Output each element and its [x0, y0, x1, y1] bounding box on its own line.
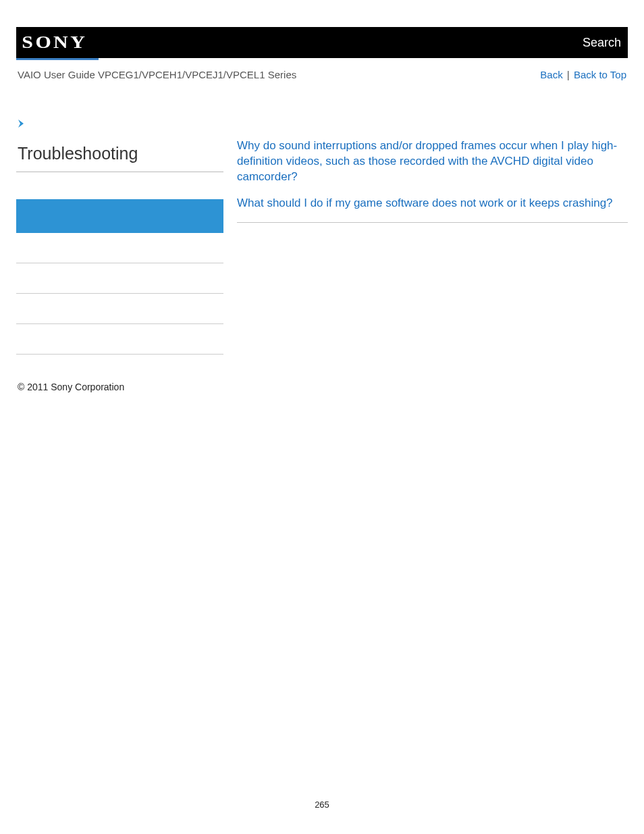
guide-title: VAIO User Guide VPCEG1/VPCEH1/VPCEJ1/VPC…: [18, 69, 296, 80]
sidebar-item[interactable]: [16, 294, 223, 324]
sony-logo: SONY: [20, 32, 87, 53]
sidebar-item-active[interactable]: [16, 199, 223, 233]
sidebar-item[interactable]: [16, 263, 223, 294]
nav-separator: |: [563, 69, 574, 80]
main-content: Why do sound interruptions and/or droppe…: [237, 138, 628, 223]
sidebar: Troubleshooting: [16, 138, 223, 355]
nav-links: Back | Back to Top: [540, 69, 626, 80]
content-divider: [237, 222, 628, 223]
faq-link-video[interactable]: Why do sound interruptions and/or droppe…: [237, 138, 628, 185]
copyright: © 2011 Sony Corporation: [16, 355, 628, 392]
page-number: 265: [0, 800, 644, 810]
logo-underline: [16, 58, 99, 60]
chevron-right-icon: [18, 118, 628, 129]
sidebar-item[interactable]: [16, 233, 223, 263]
back-to-top-link[interactable]: Back to Top: [574, 69, 626, 80]
sidebar-item[interactable]: [16, 324, 223, 355]
sidebar-title: Troubleshooting: [16, 138, 223, 172]
sidebar-item[interactable]: [16, 172, 223, 199]
back-link[interactable]: Back: [540, 69, 562, 80]
breadcrumb-row: VAIO User Guide VPCEG1/VPCEH1/VPCEJ1/VPC…: [16, 58, 628, 80]
top-bar: SONY Search: [16, 27, 628, 58]
faq-link-game[interactable]: What should I do if my game software doe…: [237, 196, 628, 211]
search-link[interactable]: Search: [583, 36, 621, 50]
